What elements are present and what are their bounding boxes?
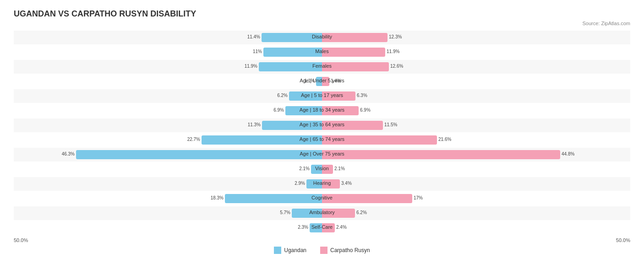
legend-carpatho-box (320, 247, 327, 254)
bar-right-value: 17% (414, 195, 423, 200)
bar-label: Vision (281, 166, 363, 171)
bar-label: Age | 65 to 74 years (281, 136, 363, 142)
x-axis-left: 50.0% (14, 237, 28, 243)
legend-carpatho: Carpatho Rusyn (320, 247, 370, 254)
legend-ugandan-box (274, 247, 281, 254)
bar-label: Males (281, 48, 363, 54)
bar-right-value: 11.5% (384, 122, 397, 127)
bar-row: Age | 65 to 74 years 22.7% 21.6% (14, 133, 630, 147)
bar-row: Hearing 2.9% 3.4% (14, 177, 630, 191)
bar-right-value: 21.6% (438, 137, 451, 142)
bar-label: Ambulatory (281, 210, 363, 215)
x-axis-right: 50.0% (616, 237, 630, 243)
bar-label: Self-Care (281, 224, 363, 230)
bar-right-value: 12.6% (390, 64, 403, 69)
bar-label: Hearing (281, 180, 363, 186)
bar-row: Age | 35 to 64 years 11.3% 11.5% (14, 118, 630, 132)
bar-row: Vision 2.1% 2.1% (14, 162, 630, 176)
bar-left-value: 46.3% (62, 151, 75, 156)
legend-ugandan: Ugandan (274, 247, 306, 254)
bar-label: Age | 35 to 64 years (281, 122, 363, 127)
bar-right-value: 11.9% (387, 49, 399, 54)
bar-row: Age | Under 5 years 1.1% 1.4% (14, 75, 630, 88)
bar-row: Age | 18 to 34 years 6.9% 6.9% (14, 104, 630, 118)
bar-left-value: 11.4% (247, 34, 260, 39)
chart-title: UGANDAN VS CARPATHO RUSYN DISABILITY (14, 9, 630, 19)
bar-label: Age | 18 to 34 years (281, 107, 363, 113)
bar-row: Age | 5 to 17 years 6.2% 6.3% (14, 89, 630, 103)
legend-ugandan-label: Ugandan (284, 247, 306, 253)
x-axis: 50.0% 50.0% (14, 237, 630, 243)
bar-row: Disability 11.4% 12.3% (14, 31, 630, 44)
bar-label: Disability (281, 34, 363, 39)
bar-label: Age | Over 75 years (281, 151, 363, 156)
bars-container: Disability 11.4% 12.3% (14, 31, 630, 235)
bar-left-value: 11.9% (245, 64, 257, 69)
chart-wrapper: UGANDAN VS CARPATHO RUSYN DISABILITY Sou… (14, 9, 630, 254)
bar-right-value: 44.8% (562, 151, 574, 156)
chart-area: Disability 11.4% 12.3% (14, 31, 630, 254)
bar-label: Age | 5 to 17 years (281, 92, 363, 98)
bar-label: Females (281, 63, 363, 69)
bar-row: Age | Over 75 years 46.3% 44.8% (14, 148, 630, 162)
bar-right-value: 12.3% (389, 34, 402, 39)
bar-left-value: 22.7% (187, 137, 200, 142)
bar-label: Cognitive (281, 195, 363, 200)
bar-row: Ambulatory 5.7% 6.2% (14, 206, 630, 220)
source-label: Source: ZipAtlas.com (14, 21, 630, 26)
legend-carpatho-label: Carpatho Rusyn (330, 247, 370, 253)
bar-row: Males 11% 11.9% (14, 45, 630, 59)
bar-left-value: 18.3% (211, 195, 224, 200)
bar-row: Cognitive 18.3% 17% (14, 192, 630, 205)
bar-left-value: 11.3% (248, 122, 261, 127)
legend: Ugandan Carpatho Rusyn (14, 247, 630, 254)
bar-label: Age | Under 5 years (281, 78, 363, 83)
bar-row: Females 11.9% 12.6% (14, 60, 630, 74)
bar-row: Self-Care 2.3% 2.4% (14, 221, 630, 235)
bar-left-value: 11% (253, 49, 262, 54)
